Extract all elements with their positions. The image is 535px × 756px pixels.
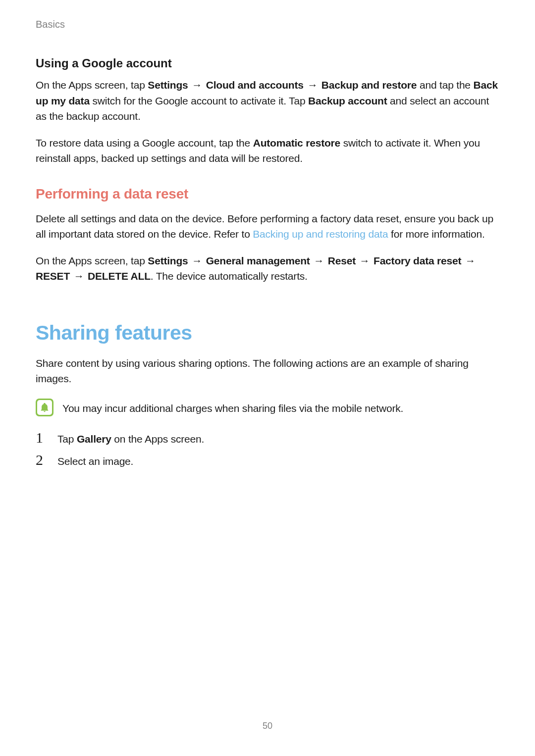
arrow-icon: → (70, 270, 88, 282)
paragraph-google-restore: To restore data using a Google account, … (36, 135, 499, 166)
bold-text: Settings (148, 79, 188, 91)
arrow-icon: → (310, 255, 328, 266)
bold-text: Automatic restore (253, 137, 340, 149)
text: On the Apps screen, tap (36, 79, 148, 91)
step-text: Select an image. (57, 454, 133, 469)
paragraph-data-reset-steps: On the Apps screen, tap Settings → Gener… (36, 253, 499, 284)
arrow-icon: → (356, 255, 374, 266)
subheading-google-account: Using a Google account (36, 56, 499, 70)
text: On the Apps screen, tap (36, 255, 148, 266)
text: . The device automatically restarts. (151, 270, 308, 282)
bold-text: RESET (36, 270, 70, 282)
text: and tap the (417, 79, 473, 91)
bold-text: Reset (328, 255, 356, 266)
step-number: 1 (36, 430, 57, 445)
bell-icon (39, 402, 50, 413)
text: for more information. (388, 228, 484, 240)
step-2: 2 Select an image. (36, 453, 499, 469)
step-text: Tap Gallery on the Apps screen. (57, 431, 204, 447)
bold-text: Backup account (308, 95, 387, 106)
step-number: 2 (36, 453, 57, 467)
step-1: 1 Tap Gallery on the Apps screen. (36, 430, 499, 447)
page-number: 50 (0, 721, 535, 731)
text: Tap (57, 433, 77, 445)
arrow-icon: → (188, 79, 206, 91)
text: To restore data using a Google account, … (36, 137, 253, 149)
note-callout: You may incur additional charges when sh… (36, 398, 499, 416)
section-heading-data-reset: Performing a data reset (36, 186, 499, 202)
note-icon-bg (37, 400, 52, 415)
bold-text: Backup and restore (321, 79, 417, 91)
page-content: Using a Google account On the Apps scree… (0, 0, 535, 469)
note-text: You may incur additional charges when sh… (62, 398, 403, 416)
arrow-icon: → (304, 79, 321, 91)
paragraph-sharing-intro: Share content by using various sharing o… (36, 355, 499, 387)
bold-text: Factory data reset (374, 255, 461, 266)
major-heading-sharing-features: Sharing features (36, 321, 499, 345)
bold-text: General management (206, 255, 310, 266)
text: switch for the Google account to activat… (90, 95, 308, 106)
bold-text: Settings (148, 255, 188, 266)
arrow-icon: → (461, 255, 476, 266)
link-backup-restore-data[interactable]: Backing up and restoring data (253, 228, 388, 240)
note-icon-frame (36, 399, 54, 416)
paragraph-data-reset-intro: Delete all settings and data on the devi… (36, 211, 499, 242)
arrow-icon: → (188, 255, 206, 266)
paragraph-google-backup: On the Apps screen, tap Settings → Cloud… (36, 77, 499, 124)
text: Select an image. (57, 455, 133, 467)
bold-text: Cloud and accounts (206, 79, 304, 91)
text: on the Apps screen. (111, 433, 204, 445)
page-section-header: Basics (36, 19, 65, 30)
bold-text: DELETE ALL (88, 270, 151, 282)
bold-text: Gallery (77, 433, 111, 445)
